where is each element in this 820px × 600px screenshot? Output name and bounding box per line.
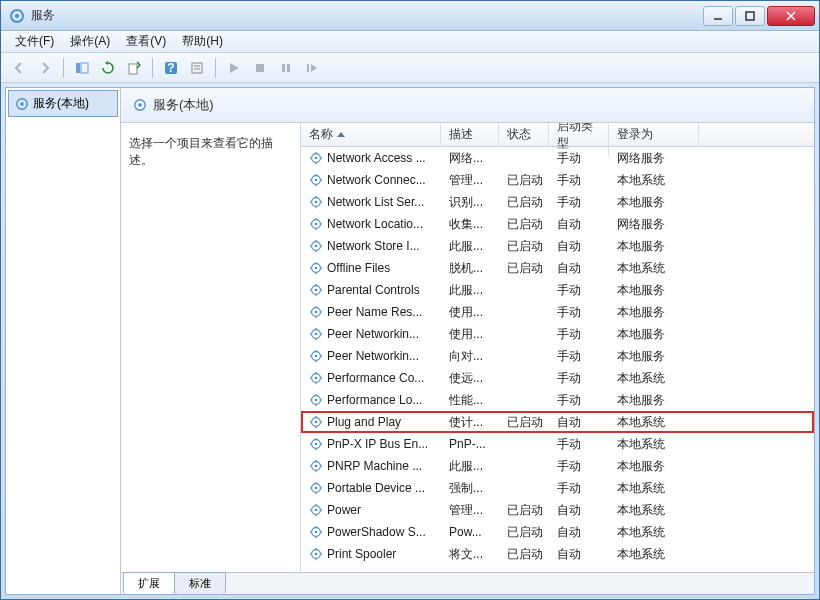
column-header-status[interactable]: 状态: [499, 123, 549, 147]
tree-item-services-local[interactable]: 服务(本地): [8, 90, 118, 117]
restart-service-button[interactable]: [300, 56, 324, 80]
cell-desc: 管理...: [445, 170, 503, 191]
svg-point-71: [315, 333, 318, 336]
cell-startup: 自动: [553, 412, 613, 433]
gear-icon: [309, 481, 323, 495]
cell-status: [503, 464, 553, 468]
svg-point-77: [315, 355, 318, 358]
svg-point-29: [315, 179, 318, 182]
cell-desc: 网络...: [445, 148, 503, 169]
service-row[interactable]: Power管理...已启动自动本地系统: [301, 499, 814, 521]
list-rows[interactable]: Network Access ...网络...手动网络服务Network Con…: [301, 147, 814, 594]
cell-desc: 强制...: [445, 478, 503, 499]
minimize-button[interactable]: [703, 6, 733, 26]
cell-name: Network List Ser...: [305, 193, 445, 211]
service-row[interactable]: Peer Networkin...向对...手动本地服务: [301, 345, 814, 367]
cell-desc: 使远...: [445, 368, 503, 389]
toolbar-separator: [215, 58, 216, 78]
cell-startup: 自动: [553, 500, 613, 521]
svg-point-83: [315, 377, 318, 380]
cell-startup: 手动: [553, 346, 613, 367]
svg-rect-8: [129, 64, 137, 74]
column-header-name[interactable]: 名称: [301, 123, 441, 147]
service-row[interactable]: PnP-X IP Bus En...PnP-...手动本地系统: [301, 433, 814, 455]
cell-desc: 使计...: [445, 412, 503, 433]
cell-logon: 本地系统: [613, 412, 703, 433]
cell-desc: 脱机...: [445, 258, 503, 279]
back-button[interactable]: [7, 56, 31, 80]
service-row[interactable]: Parental Controls此服...手动本地服务: [301, 279, 814, 301]
pause-service-button[interactable]: [274, 56, 298, 80]
cell-name: PowerShadow S...: [305, 523, 445, 541]
service-row[interactable]: Performance Lo...性能...手动本地服务: [301, 389, 814, 411]
cell-name: Plug and Play: [305, 413, 445, 431]
forward-button[interactable]: [33, 56, 57, 80]
tab-standard[interactable]: 标准: [174, 572, 226, 594]
gear-icon: [309, 217, 323, 231]
description-hint: 选择一个项目来查看它的描述。: [129, 135, 292, 169]
cell-name: Portable Device ...: [305, 479, 445, 497]
maximize-button[interactable]: [735, 6, 765, 26]
column-header-desc[interactable]: 描述: [441, 123, 499, 147]
menu-view[interactable]: 查看(V): [118, 31, 174, 52]
svg-text:?: ?: [167, 61, 174, 75]
stop-service-button[interactable]: [248, 56, 272, 80]
service-row[interactable]: PNRP Machine ...此服...手动本地服务: [301, 455, 814, 477]
cell-desc: 性能...: [445, 390, 503, 411]
titlebar: 服务: [1, 1, 819, 31]
gear-icon: [309, 415, 323, 429]
service-row[interactable]: Network Store I...此服...已启动自动本地服务: [301, 235, 814, 257]
service-row[interactable]: Network List Ser...识别...已启动手动本地服务: [301, 191, 814, 213]
cell-name: Peer Networkin...: [305, 325, 445, 343]
menu-file[interactable]: 文件(F): [7, 31, 62, 52]
export-button[interactable]: [122, 56, 146, 80]
service-row[interactable]: Performance Co...使远...手动本地系统: [301, 367, 814, 389]
service-row[interactable]: Portable Device ...强制...手动本地系统: [301, 477, 814, 499]
tab-extended[interactable]: 扩展: [123, 572, 175, 594]
menu-action[interactable]: 操作(A): [62, 31, 118, 52]
menu-help[interactable]: 帮助(H): [174, 31, 231, 52]
svg-point-53: [315, 267, 318, 270]
cell-desc: 使用...: [445, 302, 503, 323]
cell-startup: 手动: [553, 170, 613, 191]
cell-startup: 手动: [553, 434, 613, 455]
cell-status: 已启动: [503, 544, 553, 565]
cell-name: Peer Name Res...: [305, 303, 445, 321]
cell-desc: 收集...: [445, 214, 503, 235]
cell-name: Parental Controls: [305, 281, 445, 299]
start-service-button[interactable]: [222, 56, 246, 80]
service-row[interactable]: Print Spooler将文...已启动自动本地系统: [301, 543, 814, 565]
cell-logon: 本地系统: [613, 500, 703, 521]
svg-point-107: [315, 465, 318, 468]
service-row[interactable]: Peer Networkin...使用...手动本地服务: [301, 323, 814, 345]
svg-point-47: [315, 245, 318, 248]
service-row[interactable]: Peer Name Res...使用...手动本地服务: [301, 301, 814, 323]
gear-icon: [309, 151, 323, 165]
cell-startup: 自动: [553, 214, 613, 235]
svg-point-65: [315, 311, 318, 314]
close-button[interactable]: [767, 6, 815, 26]
cell-desc: PnP-...: [445, 435, 503, 453]
service-row[interactable]: Network Connec...管理...已启动手动本地系统: [301, 169, 814, 191]
help-button[interactable]: ?: [159, 56, 183, 80]
service-row[interactable]: Plug and Play使计...已启动自动本地系统: [301, 411, 814, 433]
show-hide-tree-button[interactable]: [70, 56, 94, 80]
cell-logon: 本地服务: [613, 456, 703, 477]
refresh-button[interactable]: [96, 56, 120, 80]
cell-status: 已启动: [503, 258, 553, 279]
svg-point-89: [315, 399, 318, 402]
cell-status: 已启动: [503, 192, 553, 213]
service-row[interactable]: Network Locatio...收集...已启动自动网络服务: [301, 213, 814, 235]
gear-icon: [309, 327, 323, 341]
column-header-logon[interactable]: 登录为: [609, 123, 699, 147]
content-area: 服务(本地) 服务(本地) 选择一个项目来查看它的描述。 名称 描述 状态 启动…: [5, 87, 815, 595]
service-row[interactable]: PowerShadow S...Pow...已启动自动本地系统: [301, 521, 814, 543]
cell-status: [503, 310, 553, 314]
gear-icon: [133, 98, 147, 112]
service-row[interactable]: Offline Files脱机...已启动自动本地系统: [301, 257, 814, 279]
view-tabs: 扩展 标准: [121, 572, 814, 594]
properties-button[interactable]: [185, 56, 209, 80]
column-header-startup[interactable]: 启动类型: [549, 123, 609, 156]
cell-logon: 本地服务: [613, 302, 703, 323]
cell-status: [503, 442, 553, 446]
